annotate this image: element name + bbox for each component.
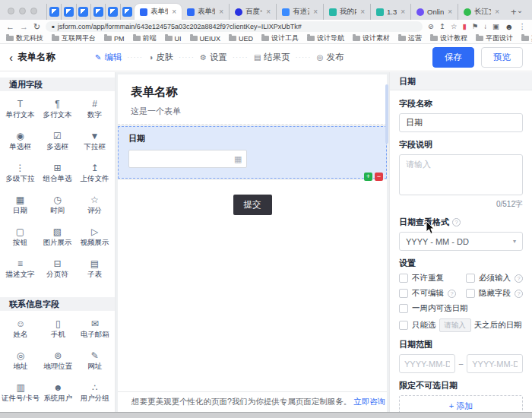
bookmark-folder[interactable]: 设计导航 (307, 33, 344, 43)
field-item-upload[interactable]: ↥上传文件 (76, 157, 113, 189)
preview-button[interactable]: 预览 (481, 47, 523, 68)
forward-nav-icon[interactable]: → (20, 23, 28, 31)
checkbox-week-only[interactable]: 一周内可选日期 (399, 303, 468, 314)
pinned-tab[interactable] (90, 4, 105, 20)
pinned-tab[interactable] (46, 4, 61, 20)
field-item-email[interactable]: ✉电子邮箱 (77, 313, 113, 345)
close-tab-icon[interactable]: × (495, 8, 499, 16)
close-tab-icon[interactable]: × (401, 8, 405, 16)
field-item-cascader[interactable]: ⋮多级下拉 (2, 157, 39, 189)
field-item-phone[interactable]: ▯手机 (40, 313, 76, 345)
bookmark-folder[interactable]: UI (165, 35, 182, 43)
checkbox-no-duplicate[interactable]: 不许重复 (399, 273, 466, 283)
field-item-name[interactable]: ☺姓名 (2, 313, 40, 345)
field-item-page-break[interactable]: ⊟分页符 (39, 253, 76, 285)
checkbox-readonly[interactable]: 不可编辑? (399, 288, 466, 299)
checkbox-hidden-field[interactable]: 隐藏字段? (466, 288, 523, 299)
field-desc-textarea[interactable] (399, 154, 523, 195)
date-format-select[interactable]: YYYY - MM - DD ▾ (399, 232, 523, 251)
url-bar[interactable]: ■ jsform.com/app/formmain/643e124575a03c… (46, 21, 423, 32)
add-disabled-date-button[interactable]: + 添加 (399, 395, 523, 412)
date-range-start-input[interactable] (399, 354, 455, 373)
sidebar-toggle-icon[interactable]: ▣ (492, 23, 499, 30)
maximize-window-button[interactable] (30, 8, 37, 14)
field-item-rating[interactable]: ☆评分 (76, 189, 113, 221)
share-icon[interactable]: ↥ (439, 23, 445, 30)
days-after-input[interactable]: 请输入 (439, 318, 471, 332)
tab-settings[interactable]: ⚙设置 (200, 52, 227, 63)
pinned-tab[interactable] (105, 4, 119, 20)
field-item-url[interactable]: ✎网址 (77, 345, 113, 377)
field-item-combo-radio[interactable]: ⊞组合单选 (39, 157, 76, 189)
bookmark-folder[interactable]: 平面设计 (476, 33, 513, 43)
browser-tab-13[interactable]: 1.3 × (370, 4, 410, 20)
password-hidden-icon[interactable]: ⊘ (428, 23, 434, 30)
checkbox-days-after[interactable]: 只能选 (399, 320, 436, 331)
field-item-date[interactable]: ▦日期 (2, 189, 39, 221)
bookmark-folder[interactable]: 设计素材 (353, 33, 390, 43)
close-tab-icon[interactable]: × (219, 8, 223, 16)
field-item-subtable[interactable]: ▤子表 (76, 253, 113, 285)
tab-edit[interactable]: ✎编辑 (95, 52, 122, 63)
bookmark-folder[interactable]: 数元科技 (6, 33, 43, 43)
field-item-video-display[interactable]: ▷视频展示 (76, 221, 113, 253)
bookmark-folder[interactable]: 设计工具 (261, 33, 299, 43)
bookmark-folder[interactable]: 互联网平台 (52, 33, 96, 43)
browser-tab-baidu[interactable]: 百度一 × (229, 4, 276, 20)
submit-button[interactable]: 提交 (233, 195, 272, 215)
delete-field-button[interactable]: − (375, 173, 383, 181)
field-item-geolocation[interactable]: ⊚地理位置 (40, 345, 76, 377)
bookmark-folder[interactable]: 前端 (133, 33, 157, 43)
field-item-description-text[interactable]: ≡描述文字 (2, 253, 39, 285)
download-icon[interactable]: ↓ (483, 23, 487, 30)
consult-link[interactable]: 立即咨询 (353, 397, 385, 407)
date-range-end-input[interactable] (467, 354, 523, 373)
field-item-number[interactable]: #数字 (76, 93, 113, 125)
bookmark-folder[interactable]: UEIUX (190, 35, 221, 43)
copy-field-button[interactable]: + (364, 173, 372, 181)
bookmark-folder[interactable]: 运营 (398, 33, 422, 43)
close-tab-icon[interactable]: × (448, 8, 452, 16)
field-item-id-card[interactable]: ▥证件号/卡号 (2, 377, 40, 409)
field-item-address[interactable]: ◎地址 (2, 345, 40, 377)
browser-menu-icon[interactable]: ⋮ (519, 23, 527, 30)
browser-tab-youdao[interactable]: 有道云 × (276, 4, 323, 20)
form-title-block[interactable]: 表单名称 这是一个表单 (118, 74, 387, 125)
field-item-system-user[interactable]: ☻系统用户 (40, 377, 76, 409)
minimize-window-button[interactable] (19, 8, 26, 14)
browser-tab-form[interactable]: 表单编 × (182, 4, 229, 20)
profile-avatar-icon[interactable]: ☻ (505, 23, 514, 31)
save-button[interactable]: 保存 (432, 47, 474, 68)
canvas-scrollbar[interactable] (385, 84, 388, 144)
date-field-block-selected[interactable]: 日期 ▦ + − (118, 126, 387, 179)
bookmark-folder[interactable]: PM (104, 35, 125, 43)
date-input[interactable]: ▦ (128, 150, 247, 168)
field-name-input[interactable] (399, 113, 523, 132)
close-tab-icon[interactable]: × (172, 8, 176, 16)
tab-search-chevron-icon[interactable]: ⌄ (517, 6, 523, 14)
field-item-time[interactable]: ◷时间 (39, 189, 76, 221)
browser-tab-changjiang[interactable]: 长江支 × (458, 4, 505, 20)
tab-publish[interactable]: ◎发布 (317, 52, 344, 63)
browser-tab-form-editor-active[interactable]: 表单编 × (135, 4, 182, 20)
tab-skin[interactable]: ◑皮肤 (148, 52, 173, 63)
field-item-button[interactable]: ▢按钮 (2, 221, 39, 253)
back-button[interactable]: ‹ 表单名称 (9, 51, 55, 64)
field-item-single-line-text[interactable]: T单行文本 (2, 93, 39, 125)
bookmark-folder[interactable]: 其他 (521, 33, 532, 43)
pinned-tab[interactable] (61, 4, 75, 20)
checkbox-required[interactable]: 必须输入? (466, 273, 523, 283)
pinned-tab[interactable] (76, 4, 90, 20)
close-window-button[interactable] (8, 8, 14, 14)
field-item-radio[interactable]: ◉单选框 (2, 125, 39, 157)
field-item-checkbox[interactable]: ☑多选框 (39, 125, 76, 157)
bookmark-star-icon[interactable]: ☆ (451, 23, 458, 30)
tab-result-page[interactable]: ▤结果页 (254, 52, 290, 63)
field-item-select[interactable]: ▼下拉框 (76, 125, 113, 157)
field-item-user-group[interactable]: ∴用户分组 (77, 377, 113, 409)
field-item-image-display[interactable]: ▧图片展示 (39, 221, 76, 253)
back-nav-icon[interactable]: ← (6, 23, 14, 31)
new-tab-button[interactable]: + (511, 6, 517, 17)
bookmark-folder[interactable]: 设计教程 (430, 33, 467, 43)
extension-icon[interactable]: ⚑ (472, 23, 479, 30)
